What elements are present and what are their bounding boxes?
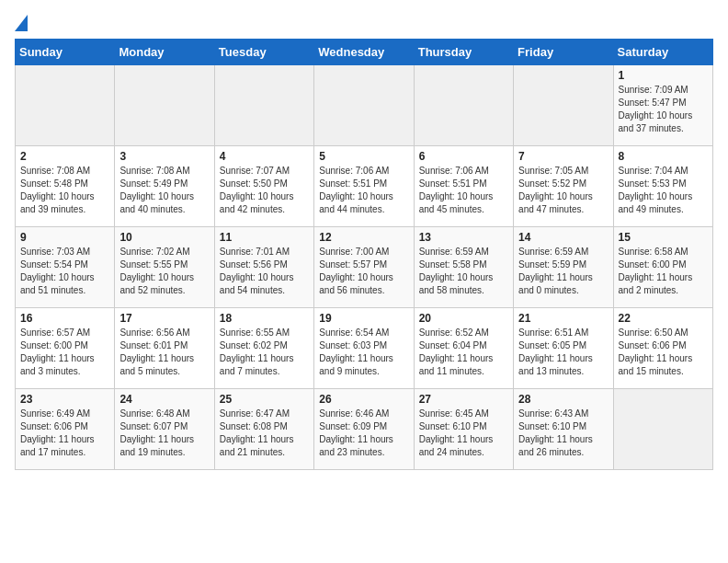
calendar-cell: 22Sunrise: 6:50 AM Sunset: 6:06 PM Dayli… (613, 308, 712, 389)
calendar-cell: 13Sunrise: 6:59 AM Sunset: 5:58 PM Dayli… (414, 227, 513, 308)
calendar-week-3: 9Sunrise: 7:03 AM Sunset: 5:54 PM Daylig… (16, 227, 713, 308)
calendar-cell: 16Sunrise: 6:57 AM Sunset: 6:00 PM Dayli… (16, 308, 115, 389)
day-info: Sunrise: 7:06 AM Sunset: 5:51 PM Dayligh… (419, 165, 508, 216)
day-number: 17 (119, 312, 209, 325)
calendar-cell (314, 65, 414, 146)
calendar-cell: 15Sunrise: 6:58 AM Sunset: 6:00 PM Dayli… (613, 227, 712, 308)
day-info: Sunrise: 6:54 AM Sunset: 6:03 PM Dayligh… (319, 327, 408, 378)
day-number: 10 (119, 231, 209, 244)
calendar-cell: 8Sunrise: 7:04 AM Sunset: 5:53 PM Daylig… (613, 146, 712, 227)
day-info: Sunrise: 6:50 AM Sunset: 6:06 PM Dayligh… (619, 327, 708, 378)
calendar-cell: 25Sunrise: 6:47 AM Sunset: 6:08 PM Dayli… (214, 389, 313, 470)
day-info: Sunrise: 6:56 AM Sunset: 6:01 PM Dayligh… (119, 327, 209, 378)
weekday-header-row: SundayMondayTuesdayWednesdayThursdayFrid… (16, 40, 713, 65)
calendar-cell: 1Sunrise: 7:09 AM Sunset: 5:47 PM Daylig… (613, 65, 712, 146)
calendar-cell: 4Sunrise: 7:07 AM Sunset: 5:50 PM Daylig… (214, 146, 313, 227)
day-info: Sunrise: 7:03 AM Sunset: 5:54 PM Dayligh… (20, 246, 109, 297)
day-number: 15 (619, 231, 708, 244)
day-info: Sunrise: 6:59 AM Sunset: 5:58 PM Dayligh… (419, 246, 508, 297)
calendar-cell: 9Sunrise: 7:03 AM Sunset: 5:54 PM Daylig… (16, 227, 115, 308)
calendar-cell: 24Sunrise: 6:48 AM Sunset: 6:07 PM Dayli… (115, 389, 214, 470)
weekday-header-friday: Friday (514, 40, 613, 65)
day-info: Sunrise: 6:48 AM Sunset: 6:07 PM Dayligh… (119, 408, 209, 459)
day-number: 6 (419, 150, 508, 163)
day-number: 3 (119, 150, 209, 163)
calendar-cell (514, 65, 613, 146)
day-number: 16 (20, 312, 109, 325)
calendar-week-2: 2Sunrise: 7:08 AM Sunset: 5:48 PM Daylig… (16, 146, 713, 227)
day-number: 20 (419, 312, 508, 325)
day-number: 4 (220, 150, 309, 163)
day-info: Sunrise: 6:45 AM Sunset: 6:10 PM Dayligh… (419, 408, 508, 459)
day-info: Sunrise: 6:46 AM Sunset: 6:09 PM Dayligh… (319, 408, 408, 459)
calendar-cell (414, 65, 513, 146)
calendar-cell: 19Sunrise: 6:54 AM Sunset: 6:03 PM Dayli… (314, 308, 414, 389)
day-info: Sunrise: 7:06 AM Sunset: 5:51 PM Dayligh… (319, 165, 408, 216)
weekday-header-sunday: Sunday (16, 40, 115, 65)
day-info: Sunrise: 7:08 AM Sunset: 5:49 PM Dayligh… (119, 165, 209, 216)
day-info: Sunrise: 6:51 AM Sunset: 6:05 PM Dayligh… (518, 327, 608, 378)
day-info: Sunrise: 6:49 AM Sunset: 6:06 PM Dayligh… (20, 408, 109, 459)
calendar-cell: 20Sunrise: 6:52 AM Sunset: 6:04 PM Dayli… (414, 308, 513, 389)
day-number: 24 (119, 393, 209, 406)
day-number: 26 (319, 393, 408, 406)
calendar-cell (16, 65, 115, 146)
calendar-cell: 6Sunrise: 7:06 AM Sunset: 5:51 PM Daylig… (414, 146, 513, 227)
weekday-header-monday: Monday (115, 40, 214, 65)
day-info: Sunrise: 7:08 AM Sunset: 5:48 PM Dayligh… (20, 165, 109, 216)
calendar-cell (613, 389, 712, 470)
day-number: 5 (319, 150, 408, 163)
day-number: 14 (518, 231, 608, 244)
day-number: 7 (518, 150, 608, 163)
day-info: Sunrise: 6:47 AM Sunset: 6:08 PM Dayligh… (220, 408, 309, 459)
day-number: 25 (220, 393, 309, 406)
day-info: Sunrise: 7:05 AM Sunset: 5:52 PM Dayligh… (518, 165, 608, 216)
calendar-cell: 21Sunrise: 6:51 AM Sunset: 6:05 PM Dayli… (514, 308, 613, 389)
page-header (15, 15, 713, 31)
day-info: Sunrise: 6:58 AM Sunset: 6:00 PM Dayligh… (619, 246, 708, 297)
calendar-cell (214, 65, 313, 146)
day-number: 27 (419, 393, 508, 406)
day-number: 18 (220, 312, 309, 325)
calendar-week-1: 1Sunrise: 7:09 AM Sunset: 5:47 PM Daylig… (16, 65, 713, 146)
logo (15, 15, 28, 31)
calendar-cell: 27Sunrise: 6:45 AM Sunset: 6:10 PM Dayli… (414, 389, 513, 470)
weekday-header-saturday: Saturday (613, 40, 712, 65)
calendar-cell: 23Sunrise: 6:49 AM Sunset: 6:06 PM Dayli… (16, 389, 115, 470)
day-number: 8 (619, 150, 708, 163)
day-info: Sunrise: 6:55 AM Sunset: 6:02 PM Dayligh… (220, 327, 309, 378)
weekday-header-thursday: Thursday (414, 40, 513, 65)
logo-arrow-icon (15, 15, 28, 31)
calendar-cell: 5Sunrise: 7:06 AM Sunset: 5:51 PM Daylig… (314, 146, 414, 227)
calendar-table: SundayMondayTuesdayWednesdayThursdayFrid… (15, 39, 713, 470)
calendar-cell: 14Sunrise: 6:59 AM Sunset: 5:59 PM Dayli… (514, 227, 613, 308)
day-number: 12 (319, 231, 408, 244)
calendar-cell: 3Sunrise: 7:08 AM Sunset: 5:49 PM Daylig… (115, 146, 214, 227)
day-info: Sunrise: 7:07 AM Sunset: 5:50 PM Dayligh… (220, 165, 309, 216)
calendar-cell: 11Sunrise: 7:01 AM Sunset: 5:56 PM Dayli… (214, 227, 313, 308)
calendar-cell: 12Sunrise: 7:00 AM Sunset: 5:57 PM Dayli… (314, 227, 414, 308)
calendar-cell: 18Sunrise: 6:55 AM Sunset: 6:02 PM Dayli… (214, 308, 313, 389)
calendar-cell (115, 65, 214, 146)
day-number: 23 (20, 393, 109, 406)
day-number: 11 (220, 231, 309, 244)
day-info: Sunrise: 7:02 AM Sunset: 5:55 PM Dayligh… (119, 246, 209, 297)
day-number: 22 (619, 312, 708, 325)
calendar-cell: 10Sunrise: 7:02 AM Sunset: 5:55 PM Dayli… (115, 227, 214, 308)
day-info: Sunrise: 7:01 AM Sunset: 5:56 PM Dayligh… (220, 246, 309, 297)
calendar-cell: 7Sunrise: 7:05 AM Sunset: 5:52 PM Daylig… (514, 146, 613, 227)
day-info: Sunrise: 6:57 AM Sunset: 6:00 PM Dayligh… (20, 327, 109, 378)
calendar-cell: 26Sunrise: 6:46 AM Sunset: 6:09 PM Dayli… (314, 389, 414, 470)
day-number: 1 (619, 69, 708, 82)
calendar-cell: 2Sunrise: 7:08 AM Sunset: 5:48 PM Daylig… (16, 146, 115, 227)
calendar-week-4: 16Sunrise: 6:57 AM Sunset: 6:00 PM Dayli… (16, 308, 713, 389)
day-number: 21 (518, 312, 608, 325)
day-number: 13 (419, 231, 508, 244)
calendar-cell: 28Sunrise: 6:43 AM Sunset: 6:10 PM Dayli… (514, 389, 613, 470)
weekday-header-wednesday: Wednesday (314, 40, 414, 65)
day-number: 28 (518, 393, 608, 406)
day-number: 19 (319, 312, 408, 325)
day-info: Sunrise: 6:59 AM Sunset: 5:59 PM Dayligh… (518, 246, 608, 297)
day-info: Sunrise: 6:43 AM Sunset: 6:10 PM Dayligh… (518, 408, 608, 459)
weekday-header-tuesday: Tuesday (214, 40, 313, 65)
